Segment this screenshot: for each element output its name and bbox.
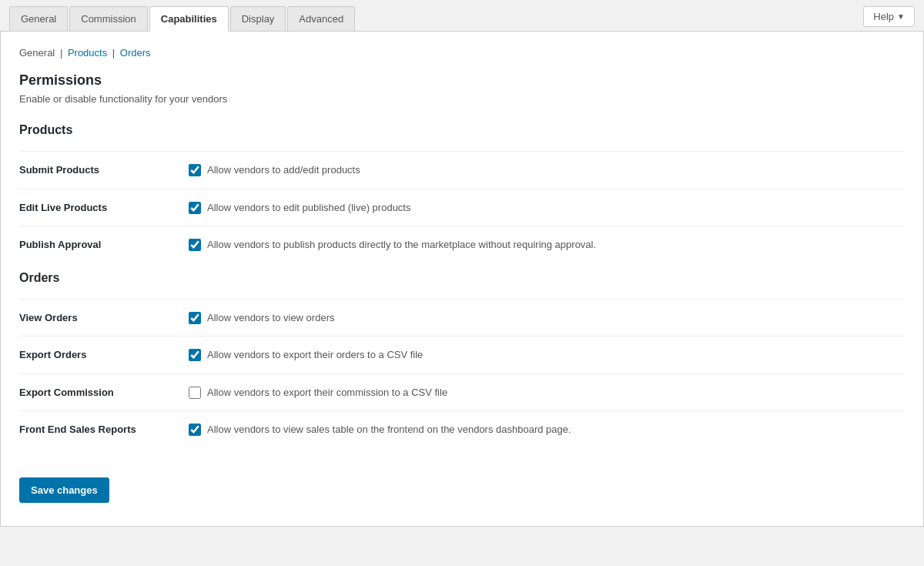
row-front-end-sales-reports: Front End Sales Reports Allow vendors to… xyxy=(19,410,905,448)
tab-display[interactable]: Display xyxy=(230,6,286,31)
checkbox-export-orders[interactable] xyxy=(189,349,201,361)
checkbox-view-orders[interactable] xyxy=(189,312,201,324)
row-publish-approval: Publish Approval Allow vendors to publis… xyxy=(19,226,905,263)
label-export-orders: Export Orders xyxy=(19,347,189,360)
label-export-commission: Export Commission xyxy=(19,385,189,398)
breadcrumb-general: General xyxy=(19,47,55,59)
tab-commission[interactable]: Commission xyxy=(69,6,148,31)
checkbox-front-end-sales-reports[interactable] xyxy=(189,424,201,436)
permissions-title: Permissions xyxy=(19,72,905,89)
desc-view-orders[interactable]: Allow vendors to view orders xyxy=(207,310,334,326)
control-front-end-sales-reports: Allow vendors to view sales table on the… xyxy=(189,422,905,437)
desc-export-commission[interactable]: Allow vendors to export their commission… xyxy=(207,385,447,400)
content-area: General | Products | Orders Permissions … xyxy=(0,32,924,527)
checkbox-export-commission[interactable] xyxy=(189,387,201,399)
control-submit-products: Allow vendors to add/edit products xyxy=(189,162,905,178)
permissions-description: Enable or disable functionality for your… xyxy=(19,93,905,105)
breadcrumb: General | Products | Orders xyxy=(19,47,905,59)
row-submit-products: Submit Products Allow vendors to add/edi… xyxy=(19,151,905,189)
orders-group: Orders View Orders Allow vendors to view… xyxy=(19,271,905,448)
control-export-orders: Allow vendors to export their orders to … xyxy=(189,347,905,363)
control-publish-approval: Allow vendors to publish products direct… xyxy=(189,237,905,253)
orders-section-title: Orders xyxy=(19,271,905,285)
label-edit-live-products: Edit Live Products xyxy=(19,200,189,213)
breadcrumb-sep-1: | xyxy=(60,47,62,59)
label-front-end-sales-reports: Front End Sales Reports xyxy=(19,422,189,435)
desc-export-orders[interactable]: Allow vendors to export their orders to … xyxy=(207,347,423,363)
help-button[interactable]: Help ▼ xyxy=(863,6,915,27)
checkbox-publish-approval[interactable] xyxy=(189,239,201,251)
checkbox-edit-live-products[interactable] xyxy=(189,202,201,214)
label-submit-products: Submit Products xyxy=(19,162,189,176)
save-changes-button[interactable]: Save changes xyxy=(19,477,109,503)
label-publish-approval: Publish Approval xyxy=(19,237,189,250)
breadcrumb-orders[interactable]: Orders xyxy=(120,47,151,59)
tab-advanced[interactable]: Advanced xyxy=(287,6,355,31)
chevron-down-icon: ▼ xyxy=(897,12,905,21)
row-export-orders: Export Orders Allow vendors to export th… xyxy=(19,336,905,373)
control-view-orders: Allow vendors to view orders xyxy=(189,310,905,326)
row-export-commission: Export Commission Allow vendors to expor… xyxy=(19,373,905,411)
row-edit-live-products: Edit Live Products Allow vendors to edit… xyxy=(19,189,905,226)
control-export-commission: Allow vendors to export their commission… xyxy=(189,385,905,400)
desc-edit-live-products[interactable]: Allow vendors to edit published (live) p… xyxy=(207,200,410,216)
row-view-orders: View Orders Allow vendors to view orders xyxy=(19,299,905,337)
products-section-title: Products xyxy=(19,123,905,137)
desc-front-end-sales-reports[interactable]: Allow vendors to view sales table on the… xyxy=(207,422,571,437)
control-edit-live-products: Allow vendors to edit published (live) p… xyxy=(189,200,905,216)
breadcrumb-products[interactable]: Products xyxy=(68,47,107,59)
products-group: Products Submit Products Allow vendors t… xyxy=(19,123,905,263)
tab-general[interactable]: General xyxy=(9,6,68,31)
checkbox-submit-products[interactable] xyxy=(189,164,201,176)
tabs-bar: General Commission Capabilities Display … xyxy=(0,0,924,32)
desc-submit-products[interactable]: Allow vendors to add/edit products xyxy=(207,162,360,178)
breadcrumb-sep-2: | xyxy=(112,47,115,59)
desc-publish-approval[interactable]: Allow vendors to publish products direct… xyxy=(207,237,596,253)
label-view-orders: View Orders xyxy=(19,310,189,323)
tab-capabilities[interactable]: Capabilities xyxy=(149,6,229,32)
